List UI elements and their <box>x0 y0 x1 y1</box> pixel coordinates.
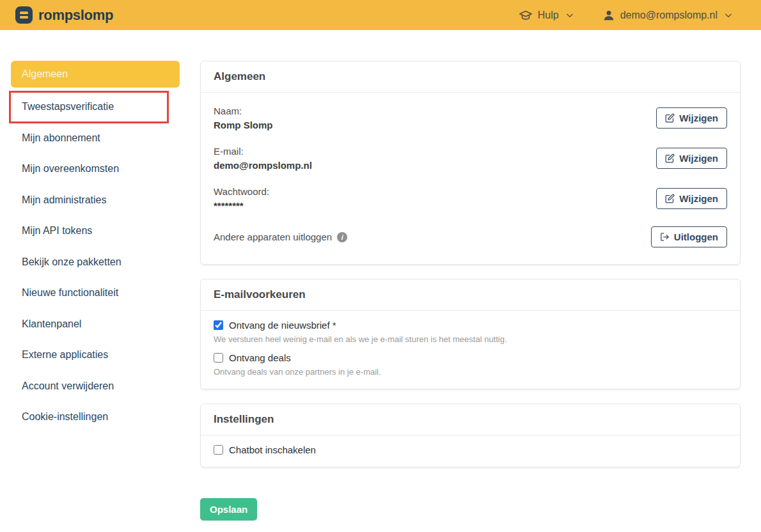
button-label: Wijzigen <box>679 153 718 164</box>
sidebar-item-mijn-overeenkomsten[interactable]: Mijn overeenkomsten <box>11 153 180 185</box>
sidebar-item-label: Mijn API tokens <box>22 225 92 237</box>
help-menu[interactable]: Hulp <box>519 8 574 22</box>
logout-other-devices-button[interactable]: Uitloggen <box>651 226 727 247</box>
sidebar-item-klantenpanel[interactable]: Klantenpanel <box>11 309 180 340</box>
sidebar-item-label: Bekijk onze pakketten <box>22 256 122 268</box>
password-row: Wachtwoord: ******** Wijzigen <box>201 178 740 219</box>
sidebar-item-label: Algemeen <box>22 68 68 80</box>
info-icon[interactable]: i <box>337 232 347 242</box>
brand-logo[interactable]: rompslomp <box>15 6 113 24</box>
sidebar-item-label: Mijn administraties <box>22 194 106 206</box>
settings-sidebar: Algemeen Tweestapsverificatie Mijn abonn… <box>0 30 200 520</box>
sidebar-item-label: Cookie-instellingen <box>22 411 108 423</box>
edit-icon <box>665 194 675 203</box>
sidebar-item-mijn-abonnement[interactable]: Mijn abonnement <box>11 123 180 154</box>
general-card-header: Algemeen <box>201 61 740 93</box>
name-row: Naam: Romp Slomp Wijzigen <box>201 98 740 138</box>
help-label: Hulp <box>538 10 559 21</box>
logout-other-devices-label: Andere apparaten uitloggen <box>214 231 332 242</box>
sidebar-item-label: Klantenpanel <box>22 318 81 330</box>
deals-help-text: Ontvang deals van onze partners in je e-… <box>214 367 727 377</box>
deals-checkbox[interactable] <box>214 353 223 363</box>
save-button[interactable]: Opslaan <box>200 498 257 520</box>
button-label: Wijzigen <box>679 113 718 123</box>
sidebar-item-externe-applicaties[interactable]: Externe applicaties <box>11 340 180 371</box>
graduation-cap-icon <box>519 8 533 22</box>
sidebar-item-label: Nieuwe functionaliteit <box>22 287 118 299</box>
email-preferences-card: E-mailvoorkeuren Ontvang de nieuwsbrief … <box>200 279 741 389</box>
settings-card-title: Instellingen <box>214 413 274 425</box>
name-label: Naam: <box>214 106 273 116</box>
sidebar-item-label: Mijn abonnement <box>22 132 100 144</box>
logout-other-devices-row: Andere apparaten uitloggen i Uitloggen <box>201 219 740 255</box>
newsletter-help-text: We versturen heel weinig e-mail en als w… <box>214 334 727 344</box>
chevron-down-icon <box>565 11 574 20</box>
chatbot-checkbox-label[interactable]: Chatbot inschakelen <box>229 444 316 455</box>
newsletter-checkbox-label[interactable]: Ontvang de nieuwsbrief * <box>229 320 336 331</box>
button-label: Wijzigen <box>679 193 718 204</box>
email-label: E-mail: <box>214 146 312 157</box>
sidebar-item-bekijk-onze-pakketten[interactable]: Bekijk onze pakketten <box>11 247 180 278</box>
email-row: E-mail: demo@rompslomp.nl Wijzigen <box>201 138 740 178</box>
newsletter-checkbox[interactable] <box>214 320 223 330</box>
general-card: Algemeen Naam: Romp Slomp Wijzigen <box>200 61 741 265</box>
sidebar-item-mijn-administraties[interactable]: Mijn administraties <box>11 185 180 216</box>
password-label: Wachtwoord: <box>214 186 269 197</box>
sidebar-item-algemeen[interactable]: Algemeen <box>11 61 180 88</box>
email-preferences-card-title: E-mailvoorkeuren <box>214 288 306 301</box>
name-value: Romp Slomp <box>214 120 273 130</box>
change-email-button[interactable]: Wijzigen <box>656 148 727 169</box>
sidebar-item-mijn-api-tokens[interactable]: Mijn API tokens <box>11 215 180 247</box>
change-name-button[interactable]: Wijzigen <box>656 107 727 129</box>
user-icon <box>602 9 615 22</box>
user-account-menu[interactable]: demo@rompslomp.nl <box>602 9 733 22</box>
edit-icon <box>665 113 675 123</box>
change-password-button[interactable]: Wijzigen <box>656 188 727 209</box>
sidebar-item-label: Tweestapsverificatie <box>22 101 114 113</box>
brand-name: rompslomp <box>38 7 113 24</box>
sidebar-item-nieuwe-functionaliteit[interactable]: Nieuwe functionaliteit <box>11 278 180 309</box>
settings-card: Instellingen Chatbot inschakelen <box>200 403 741 467</box>
sidebar-item-account-verwijderen[interactable]: Account verwijderen <box>11 371 180 402</box>
email-value: demo@rompslomp.nl <box>214 160 312 171</box>
general-card-title: Algemeen <box>214 70 265 82</box>
sidebar-item-cookie-instellingen[interactable]: Cookie-instellingen <box>11 402 180 433</box>
sidebar-item-label: Account verwijderen <box>22 380 114 392</box>
email-preferences-card-header: E-mailvoorkeuren <box>201 279 740 311</box>
chatbot-checkbox[interactable] <box>214 445 223 455</box>
sidebar-item-tweestapsverificatie[interactable]: Tweestapsverificatie <box>11 91 180 123</box>
password-value: ******** <box>214 200 269 211</box>
chevron-down-icon <box>724 11 733 20</box>
rompslomp-logo-icon <box>15 6 33 24</box>
settings-card-header: Instellingen <box>201 404 740 435</box>
logout-icon <box>660 232 670 242</box>
top-header-bar: rompslomp Hulp demo@rompslomp.nl <box>0 0 761 30</box>
edit-icon <box>665 153 675 163</box>
user-email-label: demo@rompslomp.nl <box>620 10 718 21</box>
sidebar-item-label: Mijn overeenkomsten <box>22 163 119 175</box>
deals-checkbox-label[interactable]: Ontvang deals <box>229 352 291 363</box>
settings-main-panel: Algemeen Naam: Romp Slomp Wijzigen <box>200 30 741 520</box>
button-label: Uitloggen <box>674 231 718 242</box>
sidebar-item-label: Externe applicaties <box>22 349 108 361</box>
